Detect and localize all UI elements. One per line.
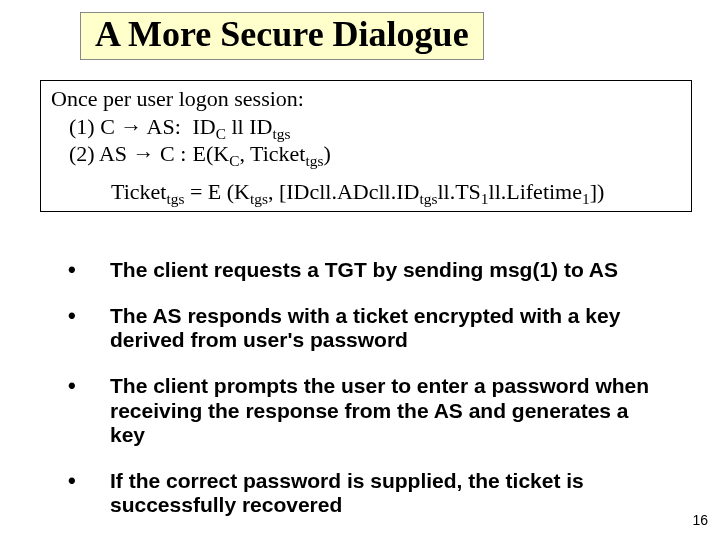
- bullet-text: The AS responds with a ticket encrypted …: [110, 304, 668, 352]
- bullet-text: If the correct password is supplied, the…: [110, 469, 668, 517]
- bullet-icon: •: [68, 258, 110, 282]
- bullet-text: The client prompts the user to enter a p…: [110, 374, 668, 446]
- page-number: 16: [692, 512, 708, 528]
- list-item: • If the correct password is supplied, t…: [68, 469, 668, 517]
- slide: A More Secure Dialogue Once per user log…: [0, 0, 720, 540]
- protocol-line-1-label: (1) C → AS:: [69, 113, 187, 141]
- list-item: • The client prompts the user to enter a…: [68, 374, 668, 446]
- list-item: • The AS responds with a ticket encrypte…: [68, 304, 668, 352]
- protocol-line-1: (1) C → AS: IDC ll IDtgs: [51, 113, 681, 141]
- slide-title: A More Secure Dialogue: [80, 12, 484, 60]
- bullet-text: The client requests a TGT by sending msg…: [110, 258, 668, 282]
- protocol-header: Once per user logon session:: [51, 85, 681, 113]
- protocol-ticket-line: Tickettgs = E (Ktgs, [IDcll.ADcll.IDtgsl…: [51, 178, 681, 206]
- protocol-line-1-body: IDC ll IDtgs: [193, 114, 291, 139]
- list-item: • The client requests a TGT by sending m…: [68, 258, 668, 282]
- protocol-line-2: (2) AS → C : E(KC, Tickettgs): [51, 140, 681, 168]
- protocol-box: Once per user logon session: (1) C → AS:…: [40, 80, 692, 212]
- bullet-icon: •: [68, 374, 110, 446]
- protocol-line-2-label: (2) AS → C :: [69, 140, 187, 168]
- protocol-line-2-body: E(KC, Tickettgs): [193, 141, 331, 166]
- spacer: [51, 168, 681, 178]
- bullet-icon: •: [68, 469, 110, 517]
- bullet-list: • The client requests a TGT by sending m…: [68, 258, 668, 539]
- bullet-icon: •: [68, 304, 110, 352]
